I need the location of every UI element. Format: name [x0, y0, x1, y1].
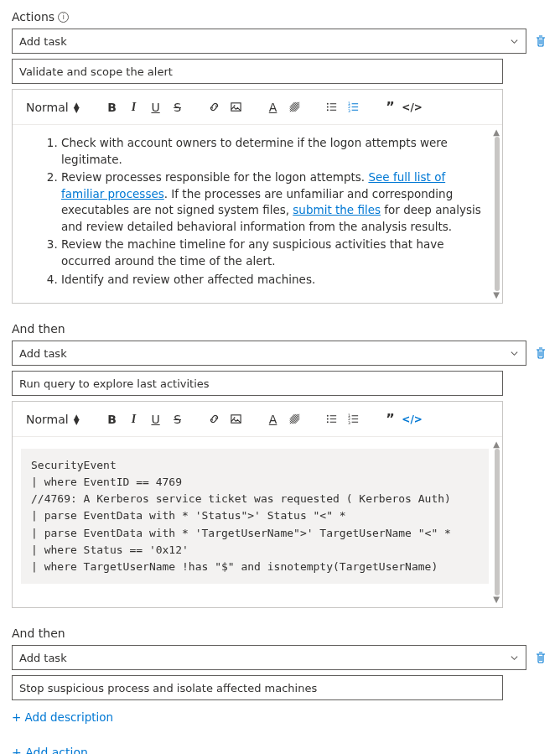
bullet-list-icon: [325, 413, 338, 425]
image-button[interactable]: [227, 410, 246, 429]
actions-header: Actions i: [12, 10, 548, 23]
trash-icon: [534, 346, 547, 360]
task-title-input[interactable]: Stop suspicious process and isolate affe…: [12, 675, 503, 700]
rich-text-editor: Normal ▲▼ B I U S A 123 ” </> ▲ ▼: [12, 401, 503, 608]
task-title-value: Run query to explore last activities: [19, 377, 210, 390]
number-list-button[interactable]: 123: [345, 410, 363, 429]
and-then-label: And then: [12, 322, 548, 335]
highlight-button[interactable]: [286, 98, 304, 117]
image-icon: [230, 413, 242, 425]
image-button[interactable]: [227, 98, 246, 117]
and-then-label: And then: [12, 627, 548, 640]
delete-action-button[interactable]: [533, 34, 548, 49]
editor-toolbar: Normal ▲▼ B I U S A 123 ” </>: [13, 402, 502, 437]
editor-content[interactable]: ▲ ▼ Check with account owners to determi…: [13, 125, 502, 303]
task-title-input[interactable]: Validate and scope the alert: [12, 59, 503, 84]
number-list-icon: 123: [347, 413, 360, 425]
svg-point-9: [234, 417, 236, 419]
text-color-button[interactable]: A: [264, 410, 283, 429]
trash-icon: [534, 651, 547, 664]
task-type-dropdown[interactable]: Add task: [12, 341, 526, 366]
svg-point-3: [327, 107, 329, 108]
dropdown-value: Add task: [19, 347, 67, 360]
caret-icon: ▲▼: [74, 414, 80, 424]
editor-content[interactable]: ▲ ▼ SecurityEvent | where EventID == 476…: [13, 437, 502, 607]
bullet-list-button[interactable]: [323, 98, 341, 117]
image-icon: [230, 101, 242, 113]
bold-button[interactable]: B: [103, 410, 122, 429]
info-icon[interactable]: i: [58, 12, 69, 23]
task-type-dropdown[interactable]: Add task: [12, 29, 526, 54]
scroll-thumb[interactable]: [495, 137, 500, 291]
link-button[interactable]: [205, 98, 224, 117]
trash-icon: [534, 34, 547, 48]
bullet-list-icon: [325, 101, 338, 113]
highlight-icon: [288, 101, 301, 113]
list-item: Review the machine timeline for any susp…: [61, 237, 484, 269]
number-list-button[interactable]: 123: [345, 98, 363, 117]
svg-text:3: 3: [348, 109, 350, 113]
list-item: Review processes responsible for the log…: [61, 169, 484, 235]
delete-action-button[interactable]: [533, 346, 548, 361]
task-title-value: Validate and scope the alert: [19, 65, 173, 78]
svg-text:3: 3: [348, 421, 350, 425]
svg-point-12: [327, 421, 329, 423]
submit-files-link[interactable]: submit the files: [293, 203, 381, 216]
code-button[interactable]: </>: [403, 410, 422, 429]
quote-button[interactable]: ”: [381, 410, 400, 429]
heading-selector[interactable]: Normal ▲▼: [21, 101, 85, 114]
text-color-button[interactable]: A: [264, 98, 283, 117]
bullet-list-button[interactable]: [323, 410, 341, 429]
strikethrough-button[interactable]: S: [169, 98, 187, 117]
code-button[interactable]: </>: [403, 98, 422, 117]
dropdown-value: Add task: [19, 652, 67, 664]
chevron-down-icon: [510, 653, 519, 663]
add-description-link[interactable]: + Add description: [12, 710, 113, 724]
svg-point-4: [327, 109, 329, 111]
editor-toolbar: Normal ▲▼ B I U S A 123 ” </>: [13, 90, 502, 125]
code-block: SecurityEvent | where EventID == 4769 //…: [21, 449, 489, 584]
quote-button[interactable]: ”: [381, 98, 400, 117]
caret-icon: ▲▼: [74, 102, 80, 112]
link-icon: [208, 413, 220, 425]
italic-button[interactable]: I: [125, 410, 143, 429]
svg-point-2: [327, 103, 329, 105]
underline-button[interactable]: U: [147, 410, 165, 429]
delete-action-button[interactable]: [533, 650, 548, 665]
heading-selector[interactable]: Normal ▲▼: [21, 413, 85, 426]
task-title-value: Stop suspicious process and isolate affe…: [19, 682, 317, 694]
svg-point-10: [327, 415, 329, 417]
italic-button[interactable]: I: [125, 98, 143, 117]
list-item: Check with account owners to determine i…: [61, 135, 484, 168]
rich-text-editor: Normal ▲▼ B I U S A 123 ” </> ▲ ▼: [12, 89, 503, 304]
svg-point-1: [234, 105, 236, 107]
chevron-down-icon: [510, 349, 519, 358]
highlight-button[interactable]: [286, 410, 304, 429]
link-icon: [208, 101, 220, 113]
underline-button[interactable]: U: [147, 98, 165, 117]
scroll-thumb[interactable]: [495, 449, 500, 595]
list-item: Identify and review other affected machi…: [61, 272, 484, 289]
scroll-down-icon[interactable]: ▼: [493, 289, 500, 302]
chevron-down-icon: [510, 37, 519, 46]
scroll-down-icon[interactable]: ▼: [493, 594, 500, 606]
task-type-dropdown[interactable]: Add task: [12, 645, 526, 670]
highlight-icon: [288, 413, 301, 425]
svg-point-11: [327, 419, 329, 420]
link-button[interactable]: [205, 410, 224, 429]
actions-label: Actions: [12, 10, 54, 23]
bold-button[interactable]: B: [103, 98, 122, 117]
add-action-link[interactable]: + Add action: [12, 746, 88, 754]
task-title-input[interactable]: Run query to explore last activities: [12, 371, 503, 396]
strikethrough-button[interactable]: S: [169, 410, 187, 429]
dropdown-value: Add task: [19, 35, 67, 48]
number-list-icon: 123: [347, 101, 360, 113]
